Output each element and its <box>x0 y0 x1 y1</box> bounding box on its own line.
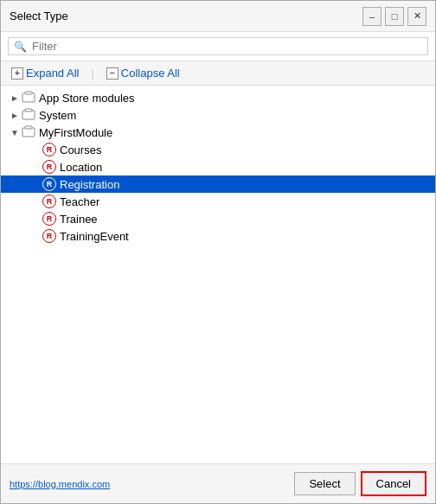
expand-all-icon: + <box>11 67 23 80</box>
app-store-icon <box>22 91 35 105</box>
myfirstmodule-icon <box>22 125 35 139</box>
search-input[interactable] <box>32 40 422 53</box>
tree-item-label: Registration <box>60 178 119 191</box>
tree-item-location[interactable]: ► R Location <box>1 158 435 175</box>
close-button[interactable]: ✕ <box>407 7 426 26</box>
toolbar: + Expand All | − Collapse All <box>1 61 435 86</box>
entity-icon-teacher: R <box>42 195 56 208</box>
tree-item-courses[interactable]: ► R Courses <box>1 141 435 158</box>
toggle-app-store[interactable]: ► <box>8 91 22 105</box>
search-bar: 🔍 <box>1 32 435 61</box>
collapse-all-button[interactable]: − Collapse All <box>103 65 183 81</box>
entity-icon-courses: R <box>42 143 56 156</box>
collapse-all-label: Collapse All <box>121 67 180 80</box>
entity-icon-location: R <box>42 160 56 174</box>
select-button[interactable]: Select <box>294 472 355 495</box>
svg-rect-3 <box>25 109 32 112</box>
tree-item-label: TrainingEvent <box>60 230 129 243</box>
expand-all-label: Expand All <box>26 67 79 80</box>
tree-item-label: MyFirstModule <box>39 126 112 139</box>
system-icon <box>22 108 35 122</box>
tree-item-label: Teacher <box>60 195 99 208</box>
toolbar-separator: | <box>91 67 93 80</box>
tree-item-registration[interactable]: ► R Registration <box>1 175 435 193</box>
tree-item-label: App Store modules <box>39 92 135 105</box>
search-icon: 🔍 <box>14 41 27 53</box>
tree-item-system[interactable]: ► System <box>1 106 435 124</box>
maximize-button[interactable]: □ <box>385 7 404 26</box>
title-bar: Select Type – □ ✕ <box>1 1 435 32</box>
entity-icon-trainingevent: R <box>42 229 56 243</box>
tree-item-trainee[interactable]: ► R Trainee <box>1 210 435 227</box>
minimize-button[interactable]: – <box>362 7 382 26</box>
tree-item-label: System <box>39 109 76 122</box>
footer: https://blog.mendix.com Select Cancel <box>1 463 435 503</box>
expand-all-button[interactable]: + Expand All <box>8 65 82 81</box>
svg-rect-1 <box>25 92 32 94</box>
window-title: Select Type <box>10 10 68 22</box>
collapse-all-icon: − <box>106 67 119 80</box>
cancel-button[interactable]: Cancel <box>361 471 426 496</box>
tree-item-teacher[interactable]: ► R Teacher <box>1 193 435 210</box>
tree-item-label: Location <box>60 161 102 174</box>
footer-url: https://blog.mendix.com <box>10 479 289 489</box>
tree-item-app-store[interactable]: ► App Store modules <box>1 89 435 106</box>
tree-item-myfirstmodule[interactable]: ▼ MyFirstModule <box>1 124 435 141</box>
search-input-wrapper: 🔍 <box>8 37 428 55</box>
entity-icon-registration: R <box>42 177 56 191</box>
tree-item-label: Courses <box>60 144 101 156</box>
select-type-window: Select Type – □ ✕ 🔍 + Expand All | − Col… <box>0 0 436 504</box>
svg-rect-5 <box>25 126 32 129</box>
tree-content: ► App Store modules ► System <box>1 86 435 463</box>
tree-item-label: Trainee <box>60 213 98 226</box>
tree-item-trainingevent[interactable]: ► R TrainingEvent <box>1 227 435 245</box>
entity-icon-trainee: R <box>42 212 56 226</box>
toggle-myfirstmodule[interactable]: ▼ <box>8 125 22 139</box>
toggle-system[interactable]: ► <box>8 108 22 122</box>
window-controls: – □ ✕ <box>362 7 426 26</box>
